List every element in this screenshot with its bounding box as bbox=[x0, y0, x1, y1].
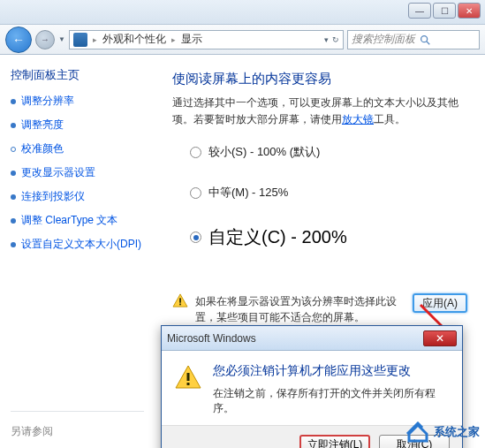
sidebar-home-link[interactable]: 控制面板主页 bbox=[11, 67, 144, 83]
svg-point-0 bbox=[421, 35, 428, 42]
dialog-titlebar[interactable]: Microsoft Windows ✕ bbox=[162, 326, 462, 351]
sidebar-item-custom-dpi[interactable]: 设置自定义文本大小(DPI) bbox=[11, 237, 144, 252]
bullet-icon bbox=[11, 242, 16, 247]
search-input[interactable]: 搜索控制面板 bbox=[347, 30, 480, 49]
sidebar-item-brightness[interactable]: 调整亮度 bbox=[11, 118, 144, 133]
bullet-icon bbox=[11, 218, 16, 224]
svg-rect-3 bbox=[179, 304, 181, 306]
address-dropdowns[interactable]: ▾ ↻ bbox=[324, 35, 339, 44]
page-title: 使阅读屏幕上的内容更容易 bbox=[172, 71, 467, 87]
window-titlebar: — ☐ ✕ bbox=[0, 0, 485, 25]
dialog-body: 您必须注销计算机才能应用这些更改 在注销之前，保存所有打开的文件并关闭所有程序。 bbox=[162, 351, 462, 426]
shield-bullet-icon bbox=[11, 147, 16, 152]
option-label: 中等(M) - 125% bbox=[208, 185, 288, 201]
warning-row: 如果在将显示器设置为该分辨率时选择此设置，某些项目可能不适合您的屏幕。 应用(A… bbox=[172, 293, 467, 325]
dialog-message-text: 在注销之前，保存所有打开的文件并关闭所有程序。 bbox=[213, 386, 450, 416]
search-placeholder-text: 搜索控制面板 bbox=[352, 32, 415, 47]
svg-line-1 bbox=[427, 41, 430, 44]
nav-history-dropdown[interactable]: ▼ bbox=[58, 35, 65, 43]
nav-forward-button[interactable]: → bbox=[35, 30, 55, 49]
sidebar-item-label: 校准颜色 bbox=[21, 141, 64, 156]
logoff-now-button[interactable]: 立即注销(L) bbox=[299, 435, 370, 448]
sidebar-item-cleartype[interactable]: 调整 ClearType 文本 bbox=[11, 213, 144, 228]
dialog-close-button[interactable]: ✕ bbox=[423, 330, 457, 346]
sidebar-item-resolution[interactable]: 调整分辨率 bbox=[11, 94, 144, 109]
dialog-title: Microsoft Windows bbox=[167, 332, 256, 345]
sidebar-item-label: 设置自定义文本大小(DPI) bbox=[21, 237, 141, 252]
page-description: 通过选择其中一个选项，可以更改屏幕上的文本大小以及其他项。若要暂时放大部分屏幕，… bbox=[172, 95, 467, 128]
dialog-message: 您必须注销计算机才能应用这些更改 在注销之前，保存所有打开的文件并关闭所有程序。 bbox=[213, 363, 450, 416]
sidebar-separator bbox=[11, 411, 144, 412]
sidebar-item-label: 调整分辨率 bbox=[21, 94, 74, 109]
address-bar[interactable]: ▸ 外观和个性化 ▸ 显示 ▾ ↻ bbox=[69, 30, 344, 49]
watermark: 系统之家 bbox=[405, 421, 480, 443]
breadcrumb-seg-appearance[interactable]: 外观和个性化 bbox=[102, 32, 166, 47]
desc-text-suffix: 工具。 bbox=[374, 113, 405, 125]
dialog-message-title: 您必须注销计算机才能应用这些更改 bbox=[213, 363, 450, 379]
sidebar: 控制面板主页 调整分辨率 调整亮度 校准颜色 更改显示器设置 连接到投影仪 调整… bbox=[0, 55, 155, 448]
desc-text-prefix: 通过选择其中一个选项，可以更改屏幕上的文本大小以及其他项。若要暂时放大部分屏幕，… bbox=[172, 96, 458, 125]
sidebar-item-label: 更改显示器设置 bbox=[21, 165, 95, 180]
sidebar-item-projector[interactable]: 连接到投影仪 bbox=[11, 189, 144, 204]
warning-icon bbox=[172, 293, 188, 308]
sidebar-item-label: 调整 ClearType 文本 bbox=[21, 213, 117, 228]
warning-text: 如果在将显示器设置为该分辨率时选择此设置，某些项目可能不适合您的屏幕。 bbox=[195, 293, 400, 325]
option-custom[interactable]: 自定义(C) - 200% bbox=[190, 225, 467, 249]
refresh-icon[interactable]: ↻ bbox=[332, 35, 339, 44]
radio-icon bbox=[190, 187, 201, 199]
sidebar-item-label: 调整亮度 bbox=[21, 118, 64, 133]
maximize-button[interactable]: ☐ bbox=[433, 3, 456, 19]
watermark-text: 系统之家 bbox=[434, 424, 480, 440]
breadcrumb-seg-display[interactable]: 显示 bbox=[181, 32, 202, 47]
sidebar-item-display-settings[interactable]: 更改显示器设置 bbox=[11, 165, 144, 180]
nav-back-button[interactable]: ← bbox=[5, 27, 32, 53]
house-logo-icon bbox=[405, 421, 430, 443]
window-controls: — ☐ ✕ bbox=[408, 3, 481, 19]
close-button[interactable]: ✕ bbox=[458, 3, 481, 19]
minimize-button[interactable]: — bbox=[408, 3, 431, 19]
svg-rect-2 bbox=[179, 299, 181, 303]
option-small[interactable]: 较小(S) - 100% (默认) bbox=[190, 144, 467, 160]
radio-checked-icon bbox=[190, 232, 201, 243]
bullet-icon bbox=[11, 99, 16, 104]
svg-rect-7 bbox=[187, 383, 190, 385]
sidebar-item-calibrate-color[interactable]: 校准颜色 bbox=[11, 141, 144, 156]
control-panel-icon bbox=[73, 33, 87, 47]
option-label: 自定义(C) - 200% bbox=[208, 225, 347, 249]
breadcrumb-sep-icon: ▸ bbox=[171, 35, 176, 44]
bullet-icon bbox=[11, 123, 16, 128]
svg-rect-6 bbox=[187, 373, 190, 381]
navigation-bar: ← → ▼ ▸ 外观和个性化 ▸ 显示 ▾ ↻ 搜索控制面板 bbox=[0, 25, 485, 55]
bullet-icon bbox=[11, 171, 16, 176]
apply-button[interactable]: 应用(A) bbox=[413, 293, 467, 313]
radio-icon bbox=[190, 147, 201, 158]
warning-triangle-icon bbox=[174, 363, 202, 391]
option-medium[interactable]: 中等(M) - 125% bbox=[190, 185, 467, 201]
sidebar-item-label: 连接到投影仪 bbox=[21, 189, 85, 204]
chevron-down-icon: ▾ bbox=[324, 35, 329, 44]
magnifier-link[interactable]: 放大镜 bbox=[342, 113, 374, 125]
search-icon bbox=[419, 34, 431, 46]
breadcrumb-sep-icon: ▸ bbox=[93, 35, 97, 44]
option-label: 较小(S) - 100% (默认) bbox=[208, 144, 320, 160]
bullet-icon bbox=[11, 194, 16, 200]
see-also-header: 另请参阅 bbox=[11, 424, 144, 439]
